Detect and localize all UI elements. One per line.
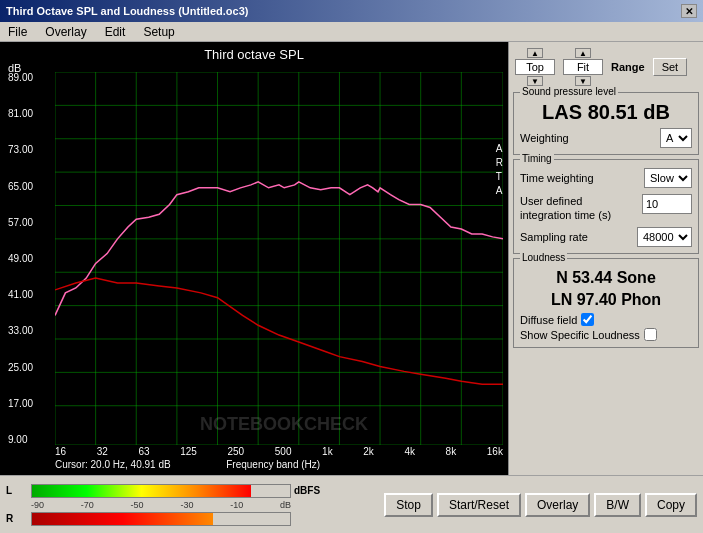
top-spin: ▲ Top ▼ [515,48,555,86]
copy-button[interactable]: Copy [645,493,697,517]
sampling-label: Sampling rate [520,231,588,243]
y-label-0: 89.00 [8,72,33,83]
diffuse-row: Diffuse field [520,313,692,326]
y-label-3: 65.00 [8,181,33,192]
chart-area: Third octave SPL dB 89.00 81.00 73.00 65… [0,42,508,475]
show-specific-label: Show Specific Loudness [520,329,640,341]
cursor-text: Cursor: 20.0 Hz, 40.91 dB [55,459,171,470]
r-label: R [6,513,28,524]
fit-control: ▲ Fit ▼ [563,48,603,86]
l-level-fill [32,485,251,497]
start-reset-button[interactable]: Start/Reset [437,493,521,517]
top-range-controls: ▲ Top ▼ ▲ Fit ▼ Range Set [513,46,699,88]
dbfs-label: dBFS [294,485,320,496]
window-title: Third Octave SPL and Loudness (Untitled.… [6,5,248,17]
title-bar: Third Octave SPL and Loudness (Untitled.… [0,0,703,22]
freq-band-label: Frequency band (Hz) [226,459,320,470]
chart-svg [55,72,503,445]
menu-overlay[interactable]: Overlay [41,24,90,40]
set-button[interactable]: Set [653,58,688,76]
y-label-10: 9.00 [8,434,33,445]
y-label-7: 33.00 [8,325,33,336]
sampling-row: Sampling rate 48000 [520,227,692,247]
time-weighting-row: Time weighting Slow [520,168,692,188]
spl-section-label: Sound pressure level [520,86,618,97]
weighting-select[interactable]: A [660,128,692,148]
fit-down-btn[interactable]: ▼ [575,76,591,86]
diffuse-field-label: Diffuse field [520,314,577,326]
stop-button[interactable]: Stop [384,493,433,517]
x-label-3: 125 [180,446,197,457]
top-up-btn[interactable]: ▲ [527,48,543,58]
menu-edit[interactable]: Edit [101,24,130,40]
x-label-8: 4k [404,446,415,457]
arta-r: R [496,156,503,170]
r-level-bar [31,512,291,526]
chart-canvas [55,72,503,445]
range-label: Range [611,61,645,73]
menu-bar: File Overlay Edit Setup [0,22,703,42]
chart-title: Third octave SPL [0,47,508,62]
x-label-7: 2k [363,446,374,457]
l-label: L [6,485,28,496]
y-label-4: 57.00 [8,217,33,228]
spl-value: LAS 80.51 dB [520,101,692,124]
show-specific-row: Show Specific Loudness [520,328,692,341]
l-level-bar [31,484,291,498]
chart-arta-labels: A R T A [496,142,503,198]
cursor-info: Cursor: 20.0 Hz, 40.91 dB Frequency band… [55,459,320,470]
y-label-2: 73.00 [8,144,33,155]
timing-section-label: Timing [520,153,554,164]
weighting-row: Weighting A [520,128,692,148]
bw-button[interactable]: B/W [594,493,641,517]
integration-input[interactable] [642,194,692,214]
x-label-6: 1k [322,446,333,457]
top-value: Top [515,59,555,75]
show-specific-checkbox[interactable] [644,328,657,341]
x-label-1: 32 [97,446,108,457]
x-label-0: 16 [55,446,66,457]
loudness-n-value: N 53.44 Sone LN 97.40 Phon [520,267,692,312]
diffuse-field-checkbox[interactable] [581,313,594,326]
right-panel: ▲ Top ▼ ▲ Fit ▼ Range Set Sound pressure… [508,42,703,475]
y-label-1: 81.00 [8,108,33,119]
integration-row: User defined integration time (s) [520,194,692,223]
dbfs-section: L dBFS -90 -70 -50 -30 -10 dB R [6,484,320,526]
arta-t: T [496,170,503,184]
x-label-5: 500 [275,446,292,457]
timing-section: Timing Time weighting Slow User defined … [513,159,699,254]
x-axis-labels: 16 32 63 125 250 500 1k 2k 4k 8k 16k [55,446,503,457]
y-label-5: 49.00 [8,253,33,264]
time-weighting-select[interactable]: Slow [644,168,692,188]
fit-up-btn[interactable]: ▲ [575,48,591,58]
top-down-btn[interactable]: ▼ [527,76,543,86]
loudness-section-label: Loudness [520,252,567,263]
x-label-10: 16k [487,446,503,457]
l-level-row: L dBFS [6,484,320,498]
fit-value: Fit [563,59,603,75]
y-label-6: 41.00 [8,289,33,300]
integration-label: User defined integration time (s) [520,194,620,223]
menu-setup[interactable]: Setup [139,24,178,40]
bottom-bar: L dBFS -90 -70 -50 -30 -10 dB R Stop Sta… [0,475,703,533]
x-label-2: 63 [138,446,149,457]
x-label-9: 8k [446,446,457,457]
arta-a2: A [496,184,503,198]
r-level-row: R [6,512,320,526]
sampling-select[interactable]: 48000 [637,227,692,247]
y-label-9: 17.00 [8,398,33,409]
l-ticks: -90 -70 -50 -30 -10 dB [31,500,291,510]
loudness-section: Loudness N 53.44 Sone LN 97.40 Phon Diff… [513,258,699,349]
time-weighting-label: Time weighting [520,172,594,184]
weighting-label: Weighting [520,132,569,144]
close-button[interactable]: ✕ [681,4,697,18]
action-buttons: Stop Start/Reset Overlay B/W Copy [384,493,697,517]
y-label-8: 25.00 [8,362,33,373]
menu-file[interactable]: File [4,24,31,40]
r-level-fill [32,513,213,525]
overlay-button[interactable]: Overlay [525,493,590,517]
spl-section: Sound pressure level LAS 80.51 dB Weight… [513,92,699,155]
arta-a1: A [496,142,503,156]
main-content: Third octave SPL dB 89.00 81.00 73.00 65… [0,42,703,475]
y-axis-labels: 89.00 81.00 73.00 65.00 57.00 49.00 41.0… [8,72,33,445]
